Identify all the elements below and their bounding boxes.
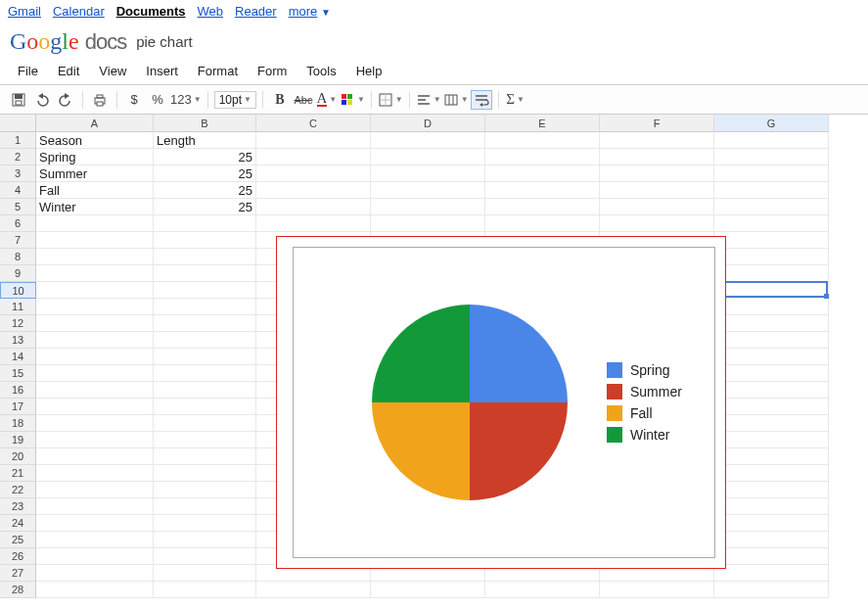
cell[interactable] [371, 582, 485, 598]
menu-insert[interactable]: Insert [136, 61, 188, 81]
menu-edit[interactable]: Edit [48, 61, 89, 81]
cell[interactable] [485, 132, 600, 149]
cell[interactable] [36, 565, 154, 582]
select-all-corner[interactable] [0, 115, 36, 132]
cell[interactable] [714, 515, 829, 532]
nav-gmail[interactable]: Gmail [8, 4, 41, 19]
cell[interactable] [714, 332, 829, 349]
row-header[interactable]: 8 [0, 249, 36, 265]
insert-button[interactable]: ▼ [443, 90, 469, 110]
row-header[interactable]: 21 [0, 465, 36, 482]
cell[interactable] [714, 215, 829, 232]
number-format-button[interactable]: 123▼ [170, 90, 202, 110]
cell[interactable] [36, 415, 154, 432]
cell[interactable] [36, 265, 154, 282]
cell[interactable] [714, 265, 829, 282]
cell[interactable] [36, 299, 154, 315]
cell[interactable] [36, 582, 154, 598]
row-header[interactable]: 27 [0, 565, 36, 582]
cell[interactable] [36, 282, 154, 299]
cell[interactable] [154, 415, 256, 432]
menu-form[interactable]: Form [248, 61, 297, 81]
cell[interactable] [154, 265, 256, 282]
row-header[interactable]: 6 [0, 215, 36, 232]
cell[interactable] [485, 182, 600, 199]
cell[interactable] [154, 532, 256, 548]
bold-button[interactable]: B [269, 90, 291, 110]
menu-format[interactable]: Format [188, 61, 248, 81]
cell[interactable]: Spring [36, 149, 154, 165]
col-header-g[interactable]: G [714, 115, 829, 132]
cell[interactable] [485, 582, 600, 598]
col-header-f[interactable]: F [600, 115, 714, 132]
cell[interactable] [714, 482, 829, 498]
formula-button[interactable]: Σ▼ [505, 90, 526, 110]
row-header[interactable]: 23 [0, 498, 36, 515]
cell[interactable] [371, 199, 485, 215]
row-header[interactable]: 14 [0, 349, 36, 365]
cell[interactable]: Season [36, 132, 154, 149]
cell[interactable] [36, 215, 154, 232]
menu-help[interactable]: Help [346, 61, 392, 81]
cell[interactable] [36, 249, 154, 265]
cell[interactable] [36, 515, 154, 532]
cell[interactable] [600, 199, 714, 215]
cell[interactable]: Length [154, 132, 256, 149]
nav-more[interactable]: more ▼ [289, 4, 331, 19]
save-icon[interactable] [8, 90, 29, 110]
row-header[interactable]: 4 [0, 182, 36, 199]
cell[interactable] [154, 382, 256, 399]
cell[interactable] [154, 215, 256, 232]
strikethrough-button[interactable]: Abc [293, 90, 314, 110]
cell[interactable] [714, 182, 829, 199]
cell[interactable] [36, 482, 154, 498]
cell[interactable] [154, 582, 256, 598]
cell[interactable] [36, 548, 154, 565]
cell[interactable] [154, 432, 256, 448]
cell[interactable] [154, 332, 256, 349]
cell[interactable] [154, 249, 256, 265]
cell[interactable] [154, 232, 256, 249]
row-header[interactable]: 3 [0, 165, 36, 182]
row-header[interactable]: 16 [0, 382, 36, 399]
cell[interactable] [714, 199, 829, 215]
cell[interactable] [36, 232, 154, 249]
cell[interactable] [256, 182, 371, 199]
fill-color-button[interactable]: ▼ [340, 90, 365, 110]
cell[interactable] [154, 299, 256, 315]
cell[interactable] [714, 498, 829, 515]
row-header[interactable]: 15 [0, 365, 36, 382]
cell[interactable] [36, 349, 154, 365]
cell[interactable] [600, 149, 714, 165]
row-header[interactable]: 18 [0, 415, 36, 432]
cell[interactable] [714, 382, 829, 399]
print-icon[interactable] [89, 90, 111, 110]
cell[interactable] [36, 498, 154, 515]
cell[interactable]: Summer [36, 165, 154, 182]
redo-icon[interactable] [55, 90, 76, 110]
cell[interactable] [371, 149, 485, 165]
cell[interactable]: 25 [154, 165, 256, 182]
menu-file[interactable]: File [8, 61, 48, 81]
row-header[interactable]: 28 [0, 582, 36, 598]
cell[interactable] [714, 415, 829, 432]
undo-icon[interactable] [31, 90, 53, 110]
row-header[interactable]: 22 [0, 482, 36, 498]
row-header[interactable]: 12 [0, 315, 36, 332]
row-header[interactable]: 20 [0, 448, 36, 465]
cell[interactable] [714, 349, 829, 365]
row-header[interactable]: 17 [0, 399, 36, 415]
cell[interactable] [154, 482, 256, 498]
cell[interactable] [714, 315, 829, 332]
cell[interactable] [714, 365, 829, 382]
cell[interactable]: 25 [154, 149, 256, 165]
cell[interactable] [714, 282, 829, 299]
row-header[interactable]: 11 [0, 299, 36, 315]
cell[interactable] [154, 498, 256, 515]
cell[interactable] [36, 365, 154, 382]
cell[interactable] [256, 582, 371, 598]
cell[interactable] [256, 132, 371, 149]
row-header[interactable]: 26 [0, 548, 36, 565]
cell[interactable] [36, 332, 154, 349]
cell[interactable] [714, 465, 829, 482]
